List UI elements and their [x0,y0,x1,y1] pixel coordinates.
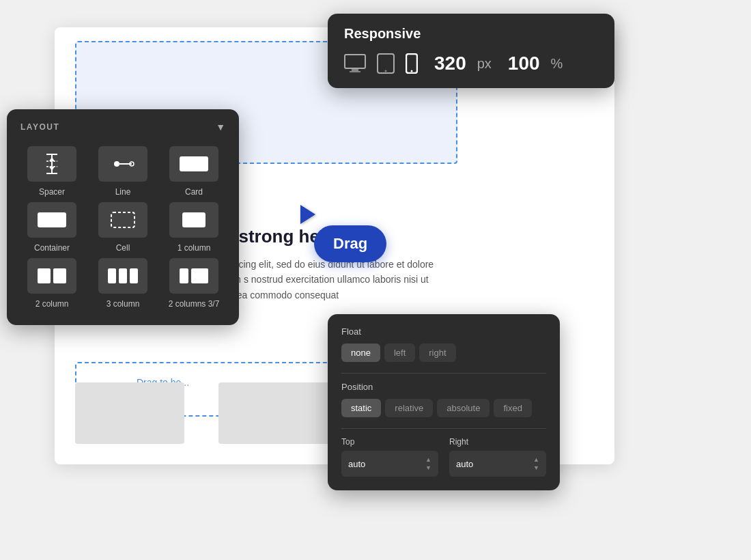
line-icon-box [98,146,147,182]
2columns37-label: 2 columns 3/7 [169,299,220,309]
layout-item-2column[interactable]: 2 column [20,258,83,309]
svg-point-14 [114,161,119,167]
layout-item-card[interactable]: Card [162,146,225,197]
layout-item-cell[interactable]: Cell [91,202,154,253]
svg-point-4 [385,70,387,72]
svg-rect-1 [352,69,358,71]
svg-rect-19 [111,212,134,227]
float-left-btn[interactable]: left [384,344,415,362]
2column-label: 2 column [36,299,69,309]
responsive-px-unit: px [477,56,492,72]
divider-1 [341,373,546,374]
svg-rect-18 [38,212,66,227]
right-field-group: Right auto ▲ ▼ [449,437,546,477]
cursor-arrow-icon [300,205,315,224]
layout-panel-header: LAYOUT ▼ [20,122,225,132]
svg-rect-2 [350,71,360,72]
responsive-px-value: 320 [434,53,466,74]
responsive-panel: Responsive 320 px 100 % [328,14,614,88]
position-relative-btn[interactable]: relative [385,399,433,417]
3column-icon-box [98,258,147,294]
card-label: Card [185,187,203,197]
mobile-device-icon[interactable] [406,53,418,74]
divider-2 [341,428,546,429]
layout-item-line[interactable]: Line [91,146,154,197]
svg-rect-22 [53,268,66,283]
svg-rect-27 [191,268,208,283]
responsive-panel-title: Responsive [344,26,598,42]
drag-bubble: Drag [314,225,386,262]
top-select[interactable]: auto ▲ ▼ [341,451,438,477]
layout-panel-title: LAYOUT [20,122,59,132]
right-select[interactable]: auto ▲ ▼ [449,451,546,477]
card-icon-box [169,146,218,182]
right-value: auto [456,459,473,469]
svg-rect-25 [130,268,138,283]
1column-label: 1 column [178,243,211,253]
right-arrows: ▲ ▼ [533,456,539,471]
svg-rect-24 [119,268,127,283]
layout-grid: Spacer Line Card [20,146,225,309]
layout-item-container[interactable]: Container [20,202,83,253]
svg-rect-21 [38,268,51,283]
spacer-label: Spacer [39,187,65,197]
float-none-btn[interactable]: none [341,344,380,362]
position-fixed-btn[interactable]: fixed [494,399,531,417]
layout-item-1column[interactable]: 1 column [162,202,225,253]
responsive-controls: 320 px 100 % [344,53,598,74]
spacer-icon-box [27,146,76,182]
container-icon-box [27,202,76,238]
svg-marker-12 [49,157,55,161]
svg-rect-23 [108,268,116,283]
float-section-label: Float [341,326,546,337]
layout-item-2columns37[interactable]: 2 columns 3/7 [162,258,225,309]
placeholder-left [75,382,184,444]
responsive-percent-value: 100 [508,53,540,74]
right-field-label: Right [449,437,546,447]
svg-rect-17 [180,156,208,171]
svg-marker-13 [49,167,55,171]
layout-item-spacer[interactable]: Spacer [20,146,83,197]
2columns37-icon-box [169,258,218,294]
top-field-group: Top auto ▲ ▼ [341,437,438,477]
layout-dropdown-icon[interactable]: ▼ [216,122,225,132]
cell-label: Cell [116,243,130,253]
svg-rect-26 [180,268,188,283]
1column-icon-box [169,202,218,238]
layout-panel: LAYOUT ▼ Spacer [7,109,239,325]
position-static-btn[interactable]: static [341,399,381,417]
responsive-percent-unit: % [551,56,563,72]
svg-point-6 [411,70,413,72]
float-position-panel: Float none left right Position static re… [328,314,560,490]
cell-icon-box [98,202,147,238]
top-arrows: ▲ ▼ [425,456,431,471]
position-absolute-btn[interactable]: absolute [437,399,490,417]
float-button-group: none left right [341,344,546,362]
svg-rect-0 [345,55,365,68]
3column-label: 3 column [107,299,140,309]
line-label: Line [115,187,131,197]
float-right-btn[interactable]: right [419,344,455,362]
position-section-label: Position [341,382,546,392]
svg-rect-20 [182,212,206,227]
position-button-group: static relative absolute fixed [341,399,546,417]
top-value: auto [348,459,365,469]
layout-item-3column[interactable]: 3 column [91,258,154,309]
desktop-device-icon[interactable] [344,54,366,73]
2column-icon-box [27,258,76,294]
top-field-label: Top [341,437,438,447]
top-right-row: Top auto ▲ ▼ Right auto ▲ ▼ [341,437,546,477]
tablet-device-icon[interactable] [377,53,395,74]
container-label: Container [34,243,70,253]
